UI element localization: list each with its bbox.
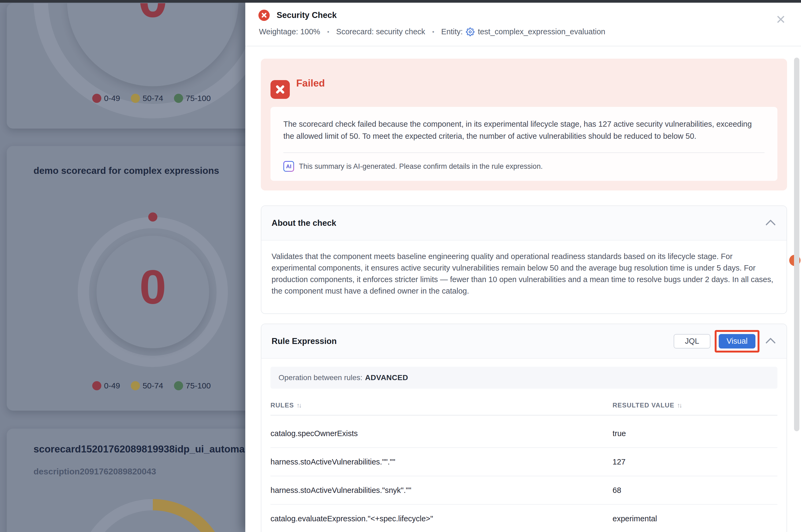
ai-badge-icon: AI xyxy=(283,161,294,172)
jql-toggle-button[interactable]: JQL xyxy=(674,334,710,348)
legend-item-0-49: 0-49 xyxy=(92,381,120,390)
entity-group: Entity: test_complex_expression_evaluati… xyxy=(441,27,605,36)
rules-header-label: RULES xyxy=(271,402,294,409)
separator-dot: • xyxy=(432,28,434,35)
visual-toggle-button[interactable]: Visual xyxy=(719,334,756,348)
rule-cell: catalog.specOwnerExists xyxy=(271,428,613,439)
scorecard-title: demo scorecard for complex expressions xyxy=(34,165,219,176)
separator-dot: • xyxy=(327,28,329,35)
value-cell: 68 xyxy=(613,484,778,496)
legend-label: 50-74 xyxy=(143,94,163,103)
annotation-highlight-box: Visual xyxy=(715,330,760,353)
weightage-label: Weightage: 100% xyxy=(259,27,320,36)
resulted-value-header-label: RESULTED VALUE xyxy=(613,402,674,409)
drawer-header: Security Check Weightage: 100% • Scoreca… xyxy=(245,0,801,46)
value-cell: 127 xyxy=(613,456,778,468)
dashboard-background: 0 0-49 50-74 75-100 demo scorecard for c… xyxy=(0,0,245,532)
score-value: 0 xyxy=(119,263,186,311)
resulted-value-column-header[interactable]: RESULTED VALUE↑↓ xyxy=(613,402,778,409)
score-legend: 0-49 50-74 75-100 xyxy=(92,94,211,103)
rule-cell: harness.stoActiveVulnerabilities.""."" xyxy=(271,456,613,468)
rule-cell: catalog.evaluateExpression."<+spec.lifec… xyxy=(271,513,613,524)
rule-expression-body: Operation between rules: ADVANCED RULES↑… xyxy=(261,359,786,532)
about-section-title: About the check xyxy=(272,218,767,228)
failed-icon xyxy=(271,80,290,99)
security-check-drawer: Security Check Weightage: 100% • Scoreca… xyxy=(245,0,801,532)
browser-top-bar xyxy=(0,0,801,3)
legend-label: 0-49 xyxy=(104,94,120,103)
drawer-meta: Weightage: 100% • Scorecard: security ch… xyxy=(259,27,605,36)
scorecard-label: Scorecard: security check xyxy=(336,27,425,36)
yellow-dot-icon xyxy=(131,381,140,390)
table-row: harness.stoActiveVulnerabilities.""."" 1… xyxy=(271,448,778,476)
value-cell: true xyxy=(613,428,778,439)
entity-label: Entity: xyxy=(441,27,463,36)
rule-expression-title: Rule Expression xyxy=(272,337,674,346)
legend-item-75-100: 75-100 xyxy=(174,381,211,390)
legend-item-0-49: 0-49 xyxy=(92,94,120,103)
rules-table: RULES↑↓ RESULTED VALUE↑↓ catalog.specOwn… xyxy=(271,396,778,532)
table-row: catalog.evaluateExpression."<+spec.lifec… xyxy=(271,505,778,532)
table-row: catalog.specOwnerExists true xyxy=(271,416,778,448)
divider xyxy=(283,152,765,153)
score-value: 0 xyxy=(119,3,186,25)
sort-icon[interactable]: ↑↓ xyxy=(296,402,301,409)
sort-icon[interactable]: ↑↓ xyxy=(677,402,681,409)
yellow-dot-icon xyxy=(131,94,140,103)
failed-status-icon xyxy=(258,10,270,21)
score-legend: 0-49 50-74 75-100 xyxy=(92,381,211,390)
operation-bar: Operation between rules: ADVANCED xyxy=(271,367,778,389)
green-dot-icon xyxy=(174,381,183,390)
drawer-content: Failed The scorecard check failed becaus… xyxy=(261,46,787,532)
red-dot-icon xyxy=(92,94,101,103)
chevron-up-icon[interactable] xyxy=(765,220,776,230)
rule-expression-section: Rule Expression JQL Visual Operation bet… xyxy=(261,324,787,532)
legend-item-50-74: 50-74 xyxy=(131,381,163,390)
about-section-header[interactable]: About the check xyxy=(261,206,786,241)
about-the-check-section: About the check Validates that the compo… xyxy=(261,206,787,314)
rule-cell: harness.stoActiveVulnerabilities."snyk".… xyxy=(271,484,613,496)
scorecard-title: scorecard15201762089819938idp_ui_automa xyxy=(34,443,245,455)
chevron-up-icon[interactable] xyxy=(765,338,776,348)
rules-table-header: RULES↑↓ RESULTED VALUE↑↓ xyxy=(271,396,778,416)
legend-item-75-100: 75-100 xyxy=(174,94,211,103)
rule-expression-header: Rule Expression JQL Visual xyxy=(261,324,786,359)
operation-label: Operation between rules: xyxy=(278,374,362,382)
red-dot-icon xyxy=(92,381,101,390)
failed-summary-text: The scorecard check failed because the c… xyxy=(283,118,765,142)
failed-summary-card: The scorecard check failed because the c… xyxy=(271,107,778,181)
close-icon[interactable]: × xyxy=(776,11,785,27)
gauge-pointer-dot xyxy=(148,212,157,222)
gauge-gold-arc xyxy=(78,499,228,532)
entity-value: test_complex_expression_evaluation xyxy=(478,27,605,36)
legend-label: 50-74 xyxy=(143,381,163,390)
legend-label: 75-100 xyxy=(186,94,211,103)
drawer-title: Security Check xyxy=(277,11,337,20)
vertical-scrollbar-thumb[interactable] xyxy=(794,58,799,431)
ai-disclaimer-text: This summary is AI-generated. Please con… xyxy=(299,162,543,171)
operation-value: ADVANCED xyxy=(365,374,408,382)
legend-item-50-74: 50-74 xyxy=(131,94,163,103)
value-cell: experimental xyxy=(613,513,778,524)
gauge-cutout xyxy=(89,510,217,532)
legend-label: 75-100 xyxy=(186,381,211,390)
failed-status-label: Failed xyxy=(296,78,325,89)
rules-column-header[interactable]: RULES↑↓ xyxy=(271,402,613,409)
gear-icon xyxy=(466,27,474,36)
failed-banner: Failed The scorecard check failed becaus… xyxy=(261,59,787,190)
legend-label: 0-49 xyxy=(104,381,120,390)
about-section-body: Validates that the component meets basel… xyxy=(261,241,786,314)
scorecard-description: description2091762089820043 xyxy=(34,467,156,477)
green-dot-icon xyxy=(174,94,183,103)
table-row: harness.stoActiveVulnerabilities."snyk".… xyxy=(271,476,778,505)
